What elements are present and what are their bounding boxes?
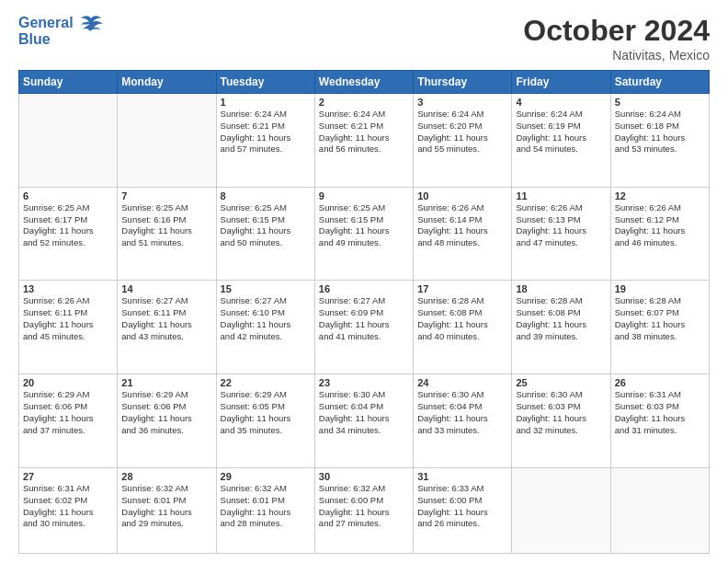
day-info: Sunrise: 6:26 AM Sunset: 6:11 PM Dayligh…	[23, 295, 113, 342]
day-info: Sunrise: 6:24 AM Sunset: 6:21 PM Dayligh…	[221, 109, 311, 155]
calendar-cell: 19Sunrise: 6:28 AM Sunset: 6:07 PM Dayli…	[610, 281, 709, 374]
day-number: 27	[23, 471, 113, 482]
calendar-cell: 17Sunrise: 6:28 AM Sunset: 6:08 PM Dayli…	[414, 281, 512, 374]
day-info: Sunrise: 6:28 AM Sunset: 6:08 PM Dayligh…	[516, 295, 606, 342]
calendar-cell: 3Sunrise: 6:24 AM Sunset: 6:20 PM Daylig…	[414, 94, 512, 188]
calendar-table: Sunday Monday Tuesday Wednesday Thursday…	[18, 70, 710, 554]
day-number: 11	[516, 190, 606, 201]
day-number: 26	[615, 377, 705, 388]
calendar-cell: 22Sunrise: 6:29 AM Sunset: 6:05 PM Dayli…	[216, 374, 314, 468]
title-section: October 2024 Nativitas, Mexico	[523, 14, 710, 63]
calendar-cell: 11Sunrise: 6:26 AM Sunset: 6:13 PM Dayli…	[512, 187, 610, 281]
day-number: 30	[319, 471, 409, 482]
location: Nativitas, Mexico	[523, 48, 710, 63]
day-number: 13	[23, 283, 113, 294]
calendar-cell: 7Sunrise: 6:25 AM Sunset: 6:16 PM Daylig…	[118, 187, 216, 281]
day-info: Sunrise: 6:33 AM Sunset: 6:00 PM Dayligh…	[417, 483, 507, 530]
day-info: Sunrise: 6:25 AM Sunset: 6:16 PM Dayligh…	[121, 202, 211, 249]
day-info: Sunrise: 6:24 AM Sunset: 6:21 PM Dayligh…	[319, 109, 409, 155]
calendar-cell: 26Sunrise: 6:31 AM Sunset: 6:03 PM Dayli…	[610, 374, 709, 468]
calendar-cell: 9Sunrise: 6:25 AM Sunset: 6:15 PM Daylig…	[314, 187, 413, 281]
day-number: 24	[417, 377, 507, 388]
day-number: 23	[319, 377, 409, 388]
day-info: Sunrise: 6:24 AM Sunset: 6:19 PM Dayligh…	[516, 109, 606, 155]
day-info: Sunrise: 6:32 AM Sunset: 6:01 PM Dayligh…	[221, 483, 311, 530]
calendar-cell: 5Sunrise: 6:24 AM Sunset: 6:18 PM Daylig…	[610, 94, 709, 188]
page: General Blue October 2024 Nativitas, Mex…	[0, 0, 728, 563]
day-info: Sunrise: 6:29 AM Sunset: 6:06 PM Dayligh…	[121, 389, 211, 436]
day-number: 29	[221, 471, 311, 482]
day-info: Sunrise: 6:28 AM Sunset: 6:07 PM Dayligh…	[615, 295, 705, 342]
logo: General Blue	[18, 14, 103, 48]
calendar-cell: 21Sunrise: 6:29 AM Sunset: 6:06 PM Dayli…	[118, 374, 216, 468]
day-number: 25	[516, 377, 606, 388]
col-thursday: Thursday	[414, 71, 512, 94]
day-number: 8	[221, 190, 311, 201]
day-info: Sunrise: 6:30 AM Sunset: 6:03 PM Dayligh…	[516, 389, 606, 436]
day-number: 22	[221, 377, 311, 388]
logo-blue: Blue	[18, 31, 103, 48]
day-number: 14	[121, 283, 211, 294]
day-info: Sunrise: 6:25 AM Sunset: 6:15 PM Dayligh…	[221, 202, 311, 249]
calendar-cell: 18Sunrise: 6:28 AM Sunset: 6:08 PM Dayli…	[512, 281, 610, 374]
week-row-1: 6Sunrise: 6:25 AM Sunset: 6:17 PM Daylig…	[19, 187, 710, 281]
col-wednesday: Wednesday	[314, 71, 413, 94]
day-info: Sunrise: 6:24 AM Sunset: 6:20 PM Dayligh…	[417, 109, 507, 155]
week-row-0: 1Sunrise: 6:24 AM Sunset: 6:21 PM Daylig…	[19, 94, 710, 188]
calendar-cell: 8Sunrise: 6:25 AM Sunset: 6:15 PM Daylig…	[216, 187, 314, 281]
calendar-cell: 29Sunrise: 6:32 AM Sunset: 6:01 PM Dayli…	[216, 467, 314, 553]
day-number: 19	[615, 283, 705, 294]
day-number: 2	[319, 97, 409, 108]
day-number: 31	[417, 471, 507, 482]
day-number: 7	[121, 190, 211, 201]
day-number: 21	[121, 377, 211, 388]
day-number: 16	[319, 283, 409, 294]
day-info: Sunrise: 6:27 AM Sunset: 6:10 PM Dayligh…	[221, 295, 311, 342]
calendar-cell: 14Sunrise: 6:27 AM Sunset: 6:11 PM Dayli…	[118, 281, 216, 374]
calendar-cell: 24Sunrise: 6:30 AM Sunset: 6:04 PM Dayli…	[414, 374, 512, 468]
day-info: Sunrise: 6:28 AM Sunset: 6:08 PM Dayligh…	[417, 295, 507, 342]
day-info: Sunrise: 6:25 AM Sunset: 6:15 PM Dayligh…	[319, 202, 409, 249]
day-info: Sunrise: 6:24 AM Sunset: 6:18 PM Dayligh…	[615, 109, 705, 155]
day-info: Sunrise: 6:29 AM Sunset: 6:05 PM Dayligh…	[221, 389, 311, 436]
calendar-cell: 13Sunrise: 6:26 AM Sunset: 6:11 PM Dayli…	[19, 281, 118, 374]
week-row-2: 13Sunrise: 6:26 AM Sunset: 6:11 PM Dayli…	[19, 281, 710, 374]
day-number: 20	[23, 377, 113, 388]
day-number: 3	[417, 97, 507, 108]
day-number: 18	[516, 283, 606, 294]
calendar-cell: 25Sunrise: 6:30 AM Sunset: 6:03 PM Dayli…	[512, 374, 610, 468]
calendar-cell	[19, 94, 118, 188]
day-number: 17	[417, 283, 507, 294]
day-number: 12	[615, 190, 705, 201]
calendar-cell: 28Sunrise: 6:32 AM Sunset: 6:01 PM Dayli…	[118, 467, 216, 553]
day-info: Sunrise: 6:26 AM Sunset: 6:14 PM Dayligh…	[417, 202, 507, 249]
day-info: Sunrise: 6:26 AM Sunset: 6:13 PM Dayligh…	[516, 202, 606, 249]
col-sunday: Sunday	[19, 71, 118, 94]
day-info: Sunrise: 6:31 AM Sunset: 6:02 PM Dayligh…	[23, 483, 113, 530]
calendar-cell: 10Sunrise: 6:26 AM Sunset: 6:14 PM Dayli…	[414, 187, 512, 281]
day-number: 4	[516, 97, 606, 108]
calendar-cell: 31Sunrise: 6:33 AM Sunset: 6:00 PM Dayli…	[414, 467, 512, 553]
day-number: 6	[23, 190, 113, 201]
calendar-cell	[118, 94, 216, 188]
calendar-cell: 4Sunrise: 6:24 AM Sunset: 6:19 PM Daylig…	[512, 94, 610, 188]
calendar-cell	[512, 467, 610, 553]
calendar-cell: 2Sunrise: 6:24 AM Sunset: 6:21 PM Daylig…	[314, 94, 413, 188]
day-number: 15	[221, 283, 311, 294]
day-number: 10	[417, 190, 507, 201]
calendar-cell: 27Sunrise: 6:31 AM Sunset: 6:02 PM Dayli…	[19, 467, 118, 553]
calendar-cell: 12Sunrise: 6:26 AM Sunset: 6:12 PM Dayli…	[610, 187, 709, 281]
calendar-cell: 6Sunrise: 6:25 AM Sunset: 6:17 PM Daylig…	[19, 187, 118, 281]
day-info: Sunrise: 6:26 AM Sunset: 6:12 PM Dayligh…	[615, 202, 705, 249]
header-row: Sunday Monday Tuesday Wednesday Thursday…	[19, 71, 710, 94]
week-row-4: 27Sunrise: 6:31 AM Sunset: 6:02 PM Dayli…	[19, 467, 710, 553]
logo-bird-icon	[79, 15, 103, 33]
day-info: Sunrise: 6:31 AM Sunset: 6:03 PM Dayligh…	[615, 389, 705, 436]
col-friday: Friday	[512, 71, 610, 94]
calendar-cell: 1Sunrise: 6:24 AM Sunset: 6:21 PM Daylig…	[216, 94, 314, 188]
col-saturday: Saturday	[610, 71, 709, 94]
day-info: Sunrise: 6:32 AM Sunset: 6:00 PM Dayligh…	[319, 483, 409, 530]
calendar-cell: 16Sunrise: 6:27 AM Sunset: 6:09 PM Dayli…	[314, 281, 413, 374]
calendar-cell: 30Sunrise: 6:32 AM Sunset: 6:00 PM Dayli…	[314, 467, 413, 553]
calendar-cell: 20Sunrise: 6:29 AM Sunset: 6:06 PM Dayli…	[19, 374, 118, 468]
